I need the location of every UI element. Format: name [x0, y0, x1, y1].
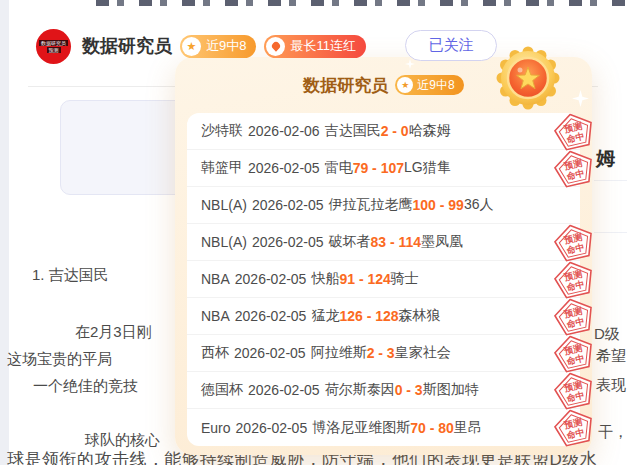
match-home-team: 阿拉维斯	[311, 344, 367, 362]
match-score: 2 - 0	[381, 123, 409, 139]
avatar-subtext: 预测	[47, 47, 61, 53]
match-home-team: 破坏者	[329, 233, 371, 251]
gold-medal-icon	[496, 46, 560, 110]
prediction-hit-stamp: 预测 命中	[550, 331, 597, 375]
article-line: 在2月3日刚	[75, 323, 152, 342]
match-home-team: 雷电	[325, 159, 353, 177]
match-date: 2026-02-05	[234, 345, 306, 361]
star-icon: ★	[182, 37, 201, 56]
match-score: 100 - 99	[413, 197, 464, 213]
popup-title: 数据研究员	[303, 74, 388, 97]
article-line: 这场宝贵的平局	[7, 350, 112, 369]
match-row[interactable]: NBL(A) 2026-02-05 破坏者 83 - 114 墨凤凰 预测 命中	[187, 224, 580, 261]
match-league: NBL(A)	[201, 197, 247, 213]
streak-badge: 最长11连红	[264, 35, 366, 58]
match-date: 2026-02-05	[235, 308, 307, 324]
match-row[interactable]: 西杯 2026-02-05 阿拉维斯 2 - 3 皇家社会 预测 命中	[187, 335, 580, 372]
prediction-hit-stamp: 预测 命中	[550, 146, 597, 190]
match-list: 沙特联 2026-02-06 吉达国民 2 - 0 哈森姆 预测 命中 韩篮甲 …	[187, 113, 580, 446]
match-home-team: 伊拉瓦拉老鹰	[329, 196, 413, 214]
match-score: 70 - 80	[410, 420, 454, 436]
avatar-text: 数据研究员	[39, 40, 68, 46]
divider	[594, 180, 627, 181]
match-league: NBA	[201, 308, 230, 324]
match-row[interactable]: 德国杯 2026-02-05 荷尔斯泰因 0 - 3 斯图加特 预测 命中	[187, 372, 580, 409]
match-league: Euro	[201, 420, 231, 436]
match-away-team: 森林狼	[399, 307, 441, 325]
match-away-team: 36人	[464, 196, 494, 214]
match-row[interactable]: NBL(A) 2026-02-05 伊拉瓦拉老鹰 100 - 99 36人 预测…	[187, 187, 580, 224]
match-league: NBA	[201, 271, 230, 287]
match-home-team: 快船	[311, 270, 339, 288]
flame-icon	[266, 37, 285, 56]
match-away-team: 皇家社会	[395, 344, 451, 362]
match-away-team: 墨凤凰	[421, 233, 463, 251]
match-score: 83 - 114	[371, 234, 422, 250]
match-row[interactable]: NBA 2026-02-05 猛龙 126 - 128 森林狼 预测 命中	[187, 298, 580, 335]
match-date: 2026-02-05	[248, 382, 320, 398]
match-date: 2026-02-05	[252, 234, 324, 250]
match-league: NBL(A)	[201, 234, 247, 250]
match-league: 沙特联	[201, 122, 243, 140]
match-row[interactable]: Euro 2026-02-05 博洛尼亚维图斯 70 - 80 里昂 预测 命中	[187, 409, 580, 446]
match-score: 91 - 124	[339, 271, 390, 287]
recent-record-label: 近9中8	[206, 37, 246, 55]
article-section-heading: 1. 吉达国民	[32, 266, 109, 285]
match-score: 79 - 107	[353, 160, 404, 176]
prediction-history-popup: 数据研究员 ★ 近9中8	[175, 57, 592, 455]
match-away-team: 哈森姆	[409, 122, 451, 140]
match-league: 西杯	[201, 344, 229, 362]
article-fragment: 表现	[596, 376, 626, 395]
page: 数据研究员 预测 数据研究员 ★ 近9中8 最长11连红 已关注 1. 吉达国民…	[0, 0, 627, 465]
followed-button[interactable]: 已关注	[405, 30, 497, 61]
avatar[interactable]: 数据研究员 预测	[36, 29, 71, 64]
match-date: 2026-02-06	[248, 123, 320, 139]
prediction-hit-stamp: 预测 命中	[550, 257, 597, 301]
star-icon: ★	[397, 77, 413, 93]
match-home-team: 博洛尼亚维图斯	[312, 419, 410, 437]
clipped-heading-fragment	[96, 0, 627, 6]
match-row[interactable]: 韩篮甲 2026-02-05 雷电 79 - 107 LG猎隼 预测 命中	[187, 150, 580, 187]
article-fragment: 干，	[598, 423, 627, 442]
expert-name: 数据研究员	[82, 34, 172, 58]
match-date: 2026-02-05	[236, 420, 308, 436]
match-home-team: 猛龙	[311, 307, 339, 325]
match-league: 德国杯	[201, 381, 243, 399]
match-score: 0 - 3	[395, 382, 423, 398]
match-home-team: 吉达国民	[325, 122, 381, 140]
article-fragment: 姆	[596, 146, 615, 172]
divider	[594, 232, 627, 233]
prediction-hit-stamp: 预测 命中	[550, 220, 597, 264]
match-date: 2026-02-05	[248, 160, 320, 176]
match-away-team: LG猎隼	[404, 159, 451, 177]
prediction-hit-stamp: 预测 命中	[550, 109, 597, 153]
recent-record-badge: ★ 近9中8	[180, 35, 256, 58]
match-away-team: 骑士	[391, 270, 419, 288]
article-fragment: 希望	[596, 347, 626, 366]
prediction-hit-stamp: 预测 命中	[550, 405, 597, 449]
streak-label: 最长11连红	[290, 37, 356, 55]
match-home-team: 荷尔斯泰因	[325, 381, 395, 399]
article-line: 一个绝佳的竞技	[33, 377, 138, 396]
match-league: 韩篮甲	[201, 159, 243, 177]
left-gutter	[0, 0, 9, 465]
match-away-team: 里昂	[454, 419, 482, 437]
match-row[interactable]: 沙特联 2026-02-06 吉达国民 2 - 0 哈森姆 预测 命中	[187, 113, 580, 150]
article-fragment: D级	[594, 325, 620, 344]
expert-header: 数据研究员 预测 数据研究员 ★ 近9中8 最长11连红	[36, 28, 366, 64]
prediction-hit-stamp: 预测 命中	[550, 368, 597, 412]
match-date: 2026-02-05	[235, 271, 307, 287]
popup-record-badge: ★ 近9中8	[395, 75, 463, 95]
popup-record-label: 近9中8	[417, 77, 454, 94]
match-score: 2 - 3	[367, 345, 395, 361]
match-away-team: 斯图加特	[423, 381, 479, 399]
prediction-hit-stamp: 预测 命中	[550, 294, 597, 338]
match-row[interactable]: NBA 2026-02-05 快船 91 - 124 骑士 预测 命中	[187, 261, 580, 298]
match-score: 126 - 128	[339, 308, 398, 324]
match-date: 2026-02-05	[252, 197, 324, 213]
